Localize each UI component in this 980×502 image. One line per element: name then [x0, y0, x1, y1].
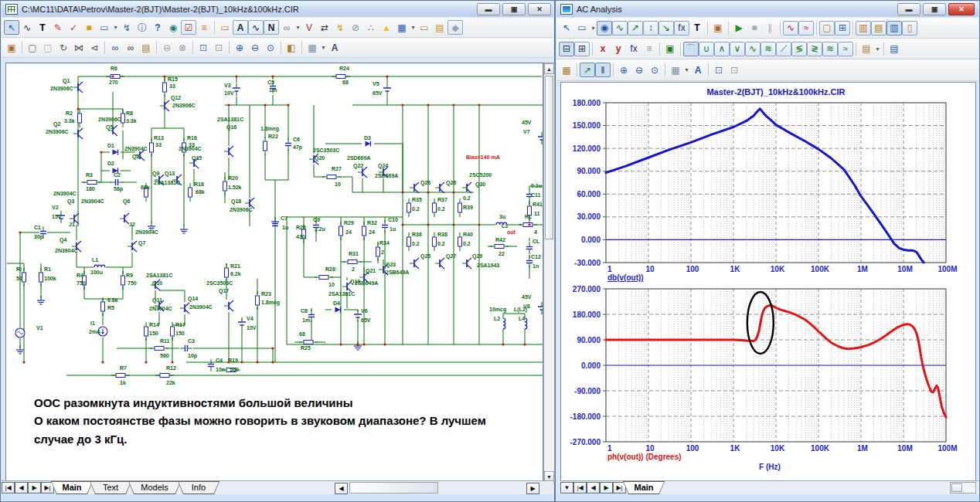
peak-icon[interactable]: ⌒	[683, 42, 699, 56]
rotate-icon[interactable]: ↻	[56, 40, 71, 55]
flip-y-icon[interactable]: ⊲	[87, 40, 102, 55]
line-options-icon[interactable]: ≡	[196, 20, 212, 35]
attribute-text-icon[interactable]: A	[233, 20, 248, 35]
grid-toggle-dropdown[interactable]: ▾	[410, 24, 417, 31]
schematic-vscrollbar[interactable]: ▲ ▼	[543, 63, 555, 483]
condition-display-icon[interactable]: ⊘	[348, 20, 363, 35]
next-page-button[interactable]: ▶	[28, 482, 41, 494]
zoom-in-icon[interactable]: ⊕	[232, 40, 247, 55]
global-high-icon[interactable]: ≋	[761, 42, 776, 56]
help-mode-icon[interactable]: ?	[150, 20, 165, 35]
properties-icon[interactable]: ▣	[4, 40, 19, 55]
zoom-100-icon[interactable]: ⊙	[647, 63, 662, 77]
grid-dots-icon[interactable]: ▦	[305, 40, 320, 55]
border-display-icon[interactable]: ▭	[417, 20, 432, 35]
font-tool-icon[interactable]: A	[327, 40, 342, 55]
vscroll-thumb[interactable]	[545, 76, 553, 239]
wire-text-icon[interactable]: ∿	[248, 20, 264, 35]
find-icon[interactable]: ∞	[107, 40, 123, 55]
clipboard-icon[interactable]: ▤	[859, 42, 874, 56]
cursor-mode-icon[interactable]: ∿	[612, 21, 628, 36]
flip-x-icon[interactable]: ⋈	[71, 40, 87, 55]
close-button[interactable]: ✕	[528, 3, 551, 15]
global-low-icon[interactable]: ⟋	[776, 42, 791, 56]
select-tool-icon[interactable]: ↖	[4, 20, 19, 35]
first-page-button[interactable]: |◀	[573, 482, 587, 494]
bus-tool-icon[interactable]: ■	[81, 20, 97, 35]
component-tool-dropdown[interactable]: ▾	[590, 25, 597, 32]
select-area-icon[interactable]: ▢	[25, 40, 40, 55]
zoom-in-icon[interactable]: ⊕	[616, 63, 631, 77]
pin-connections-icon[interactable]: ∴	[363, 20, 379, 35]
scale-box-icon[interactable]: ↗	[580, 63, 595, 77]
grid-dots-dropdown[interactable]: ▾	[683, 66, 690, 73]
go-to-performance-icon[interactable]: fx	[626, 42, 641, 56]
send-back-icon[interactable]: ⊡	[211, 40, 226, 55]
bring-front-icon[interactable]: ⊡	[196, 40, 211, 55]
find-next-icon[interactable]: ∞	[123, 40, 138, 55]
cursor-plus-icon[interactable]: ⊞	[574, 42, 590, 56]
analysis-hscrollbar[interactable]	[950, 482, 976, 494]
point-tag-icon[interactable]: ↗	[628, 21, 643, 36]
schematic-canvas[interactable]: Q12N3906CR6270R1533Q122N3906CV310VC51mR2…	[5, 63, 543, 481]
grid-dots-dropdown[interactable]: ▾	[320, 44, 327, 51]
waveform-band-icon[interactable]: ≈	[838, 42, 853, 56]
clipboard-dropdown[interactable]: ▾	[874, 46, 881, 53]
prev-page-button[interactable]: ◀	[15, 482, 28, 494]
next-page-button[interactable]: ▶	[600, 482, 613, 494]
font-tool-icon[interactable]: A	[690, 63, 706, 77]
scale-mode-icon[interactable]: ◉	[597, 21, 612, 36]
zoom-out-icon[interactable]: ⊖	[631, 63, 647, 77]
title-block-icon[interactable]: ▤	[432, 20, 447, 35]
valley-icon[interactable]: ∪	[699, 42, 714, 56]
link-mode-dropdown[interactable]: ▾	[294, 24, 301, 31]
zoom-100-icon[interactable]: ⊙	[263, 40, 278, 55]
schematic-titlebar[interactable]: C:\MC11\DATA\Petrov\Master-2(BJT)\Master…	[2, 2, 553, 17]
numeric-123-icon[interactable]: ▦	[559, 63, 574, 77]
edit-waveform-icon[interactable]: ▣	[662, 42, 678, 56]
current-arrows-icon[interactable]: ⇄	[317, 20, 332, 35]
stop-icon[interactable]: ■	[747, 21, 762, 36]
scroll-up-button[interactable]: ▲	[544, 63, 554, 74]
region-mode-icon[interactable]: ◉	[165, 20, 181, 35]
graphics-tool-icon[interactable]: ✎	[50, 20, 66, 35]
zoom-out-icon[interactable]: ⊖	[247, 40, 263, 55]
inflection-icon[interactable]: ∿	[745, 42, 761, 56]
formula-text-icon[interactable]: fx	[674, 21, 689, 36]
component-tool-icon[interactable]: ▭	[97, 20, 112, 35]
component-tool-dropdown[interactable]: ▾	[112, 24, 119, 31]
hscroll-right-button[interactable]: ▶	[526, 483, 539, 494]
horizontal-tag-icon[interactable]: ↘	[658, 21, 674, 36]
properties-icon[interactable]: ▣	[710, 21, 726, 36]
go-to-branch-icon[interactable]: ≡	[641, 42, 657, 56]
send-back-icon[interactable]: ⊡	[726, 63, 742, 77]
link-mode-icon[interactable]: ∞	[279, 20, 294, 35]
text-tool-icon[interactable]: T	[689, 21, 705, 36]
page-flip-icon[interactable]: ◧	[284, 40, 299, 55]
grid-toggle-icon[interactable]: ▦	[394, 20, 410, 35]
minimize-button[interactable]: ▬	[897, 3, 920, 15]
stack-plots-icon[interactable]: ▤	[871, 21, 886, 36]
go-to-y-icon[interactable]: y	[611, 42, 626, 56]
info-mode-icon[interactable]: ⓘ	[134, 20, 150, 35]
run-icon[interactable]: ▶	[731, 21, 747, 36]
node-numbers-icon[interactable]: N	[264, 20, 279, 35]
tab-main[interactable]: Main	[51, 481, 93, 494]
numeric-output-icon[interactable]: ▤	[886, 42, 902, 56]
step-down-icon[interactable]: ⊖	[159, 40, 175, 55]
first-page-button[interactable]: |◀	[2, 482, 15, 494]
node-snap-icon[interactable]: ◆	[447, 20, 463, 35]
cursor-box-icon[interactable]: ‖	[595, 63, 611, 77]
warning-display-icon[interactable]: ▲	[379, 20, 394, 35]
go-to-x-icon[interactable]: x	[595, 42, 611, 56]
vertical-tag-icon[interactable]: ↕	[643, 21, 658, 36]
maximize-button[interactable]: ▣	[502, 3, 526, 15]
plot-area[interactable]: Master-2(BJT)_10kHz&100kHz.CIR180.000150…	[560, 82, 976, 482]
prev-page-button[interactable]: ◀	[587, 482, 600, 494]
horizontal-lines-icon[interactable]: ▥	[856, 21, 871, 36]
clear-area-icon[interactable]: ▢	[40, 40, 56, 55]
top-edge-icon[interactable]: ≶	[791, 42, 807, 56]
flag-tool-icon[interactable]: ✓	[66, 20, 81, 35]
bring-front-icon[interactable]: ⊡	[711, 63, 726, 77]
maximize-button[interactable]: ▣	[923, 3, 946, 15]
